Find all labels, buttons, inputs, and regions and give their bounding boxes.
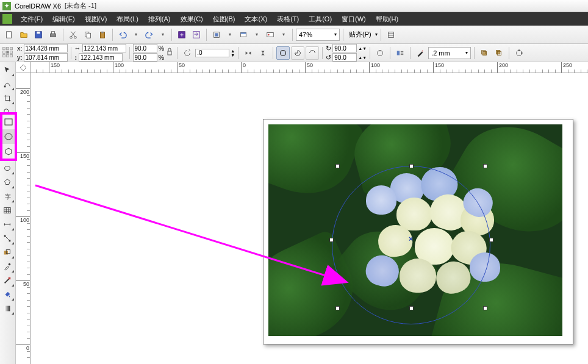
outline-width-value: .2 mm	[431, 49, 450, 57]
menu-edit[interactable]: 编辑(E)	[48, 13, 80, 26]
launch-button[interactable]	[210, 28, 223, 41]
scalex-input[interactable]	[133, 44, 157, 52]
snap-label[interactable]: 贴齐(P)	[346, 30, 374, 39]
paste-button[interactable]	[96, 28, 109, 41]
effects-tool[interactable]	[0, 246, 15, 259]
cut-button[interactable]	[66, 28, 80, 41]
horizontal-ruler[interactable]: 20015010050050100150200250300	[30, 62, 588, 73]
shape-tool[interactable]	[0, 77, 15, 91]
origin-grid[interactable]	[2, 47, 15, 59]
menu-view[interactable]: 视图(V)	[80, 13, 112, 26]
menu-arrange[interactable]: 排列(A)	[143, 13, 176, 26]
pct-label-1: %	[159, 45, 165, 52]
menu-bitmaps[interactable]: 位图(B)	[208, 13, 240, 26]
connector-tool[interactable]	[0, 232, 15, 245]
app-launcher-button[interactable]	[264, 28, 277, 41]
menu-layout[interactable]: 布局(L)	[112, 13, 143, 26]
menu-tools[interactable]: 工具(O)	[304, 13, 337, 26]
pie-mode-button[interactable]	[291, 46, 304, 60]
menu-help[interactable]: 帮助(H)	[371, 13, 403, 26]
flyout-rectangle[interactable]	[2, 115, 15, 129]
to-front-button[interactable]	[478, 46, 491, 60]
mirror-v-button[interactable]	[256, 46, 270, 60]
y-input[interactable]	[24, 53, 68, 62]
export-button[interactable]	[190, 28, 203, 41]
svg-point-31	[521, 52, 523, 54]
flyout-polygon[interactable]	[2, 144, 15, 159]
dimension-tool[interactable]	[0, 218, 15, 231]
lock-ratio-toggle[interactable]	[165, 45, 174, 62]
handle-s[interactable]	[409, 306, 414, 310]
property-bar: x: y: ↔ ↕ % % ▲▼ ↻▲▼ ↺▲▼ .2 mm▾	[0, 44, 588, 62]
eyedropper-tool[interactable]	[0, 260, 15, 273]
ruler-origin[interactable]	[16, 62, 30, 73]
launch-dropdown[interactable]	[224, 28, 235, 41]
end-angle-input[interactable]	[332, 53, 357, 62]
handle-sw[interactable]	[335, 306, 340, 310]
copy-button[interactable]	[81, 28, 95, 41]
table-tool[interactable]	[0, 204, 15, 217]
redo-button[interactable]	[143, 28, 156, 41]
start-angle-input[interactable]	[332, 44, 357, 52]
open-button[interactable]	[17, 28, 30, 41]
scaley-input[interactable]	[133, 53, 157, 62]
welcome-dropdown[interactable]	[251, 28, 262, 41]
height-input[interactable]	[79, 53, 123, 62]
welcome-button[interactable]	[237, 28, 250, 41]
app-launcher-dropdown[interactable]	[278, 28, 289, 41]
import-button[interactable]	[175, 28, 188, 41]
svg-point-24	[422, 50, 423, 51]
handle-nw[interactable]	[335, 164, 340, 168]
menu-text[interactable]: 文本(X)	[240, 13, 272, 26]
corel-logo-icon	[2, 14, 12, 24]
vertical-ruler[interactable]: 200150100500	[16, 73, 30, 364]
text-tool[interactable]: 字	[0, 190, 15, 203]
ellipse-tool[interactable]	[0, 162, 15, 175]
zoom-combo[interactable]: 47%▾	[296, 29, 340, 41]
menu-file[interactable]: 文件(F)	[16, 13, 48, 26]
angle-down[interactable]: ▼	[231, 53, 235, 57]
width-input[interactable]	[82, 44, 126, 52]
fill-tool[interactable]	[0, 288, 15, 301]
canvas-area[interactable]: 20015010050050100150200250300 2001501005…	[16, 62, 588, 364]
bitmap-image[interactable]	[268, 124, 562, 336]
to-back-button[interactable]	[492, 46, 506, 60]
handle-ne[interactable]	[483, 164, 487, 168]
angle-up[interactable]: ▲	[231, 49, 235, 53]
undo-button[interactable]	[116, 28, 129, 41]
outline-width-combo[interactable]: .2 mm▾	[428, 47, 471, 59]
flyout-ellipse[interactable]	[2, 129, 15, 144]
menu-table[interactable]: 表格(T)	[272, 13, 304, 26]
angle-input[interactable]	[195, 49, 229, 57]
new-button[interactable]	[2, 28, 16, 41]
wrap-button[interactable]	[393, 46, 407, 60]
y-label: y:	[17, 54, 23, 61]
undo-dropdown[interactable]	[131, 28, 142, 41]
ellipse-mode-button[interactable]	[276, 46, 290, 60]
arc-mode-button[interactable]	[306, 46, 319, 60]
svg-rect-14	[215, 33, 218, 36]
pick-tool[interactable]	[0, 63, 15, 77]
selection-center[interactable]: ×	[408, 236, 414, 241]
mirror-h-button[interactable]	[242, 46, 255, 60]
handle-w[interactable]	[329, 238, 334, 242]
direction-button[interactable]	[373, 46, 387, 60]
menu-window[interactable]: 窗口(W)	[337, 13, 371, 26]
svg-point-22	[378, 50, 383, 55]
svg-point-42	[9, 263, 11, 266]
save-button[interactable]	[32, 28, 45, 41]
redo-dropdown[interactable]	[157, 28, 168, 41]
outline-tool[interactable]	[0, 274, 15, 287]
print-button[interactable]	[46, 28, 60, 41]
svg-rect-2	[37, 31, 40, 34]
menu-effects[interactable]: 效果(C)	[176, 13, 208, 26]
handle-e[interactable]	[489, 238, 493, 242]
x-input[interactable]	[24, 44, 68, 52]
options-button[interactable]	[384, 28, 398, 41]
crop-tool[interactable]	[0, 91, 15, 105]
handle-n[interactable]	[409, 164, 414, 168]
handle-se[interactable]	[483, 306, 487, 310]
polygon-tool[interactable]	[0, 176, 15, 189]
interactive-fill-tool[interactable]	[0, 302, 15, 315]
convert-button[interactable]	[512, 46, 526, 60]
